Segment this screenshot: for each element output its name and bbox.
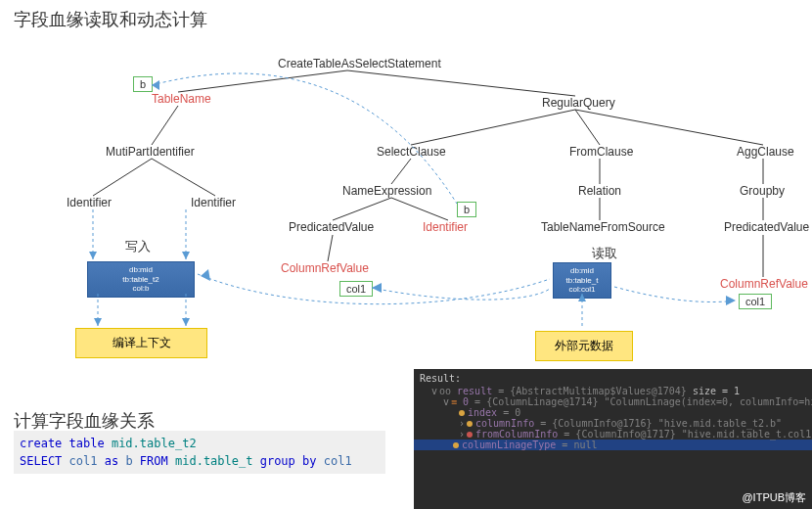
tree-edges	[0, 0, 812, 392]
debug-row[interactable]: ›columnInfo = {ColumnInfo@1716} "hive.mi…	[420, 418, 806, 429]
sql-line-1: create table mid.table_t2	[20, 435, 380, 452]
debug-row-selected[interactable]: columnLinageType = null	[414, 440, 812, 450]
svg-marker-20	[201, 269, 210, 281]
svg-marker-18	[372, 283, 382, 293]
svg-line-1	[347, 70, 575, 96]
watermark: @ITPUB博客	[742, 490, 806, 505]
debug-row[interactable]: ›fromColumnInfo = {ColumnInfo@1717} "hiv…	[420, 429, 806, 440]
svg-marker-28	[182, 318, 190, 326]
svg-line-5	[411, 110, 575, 145]
svg-marker-30	[578, 294, 586, 301]
svg-line-4	[152, 159, 215, 196]
svg-line-0	[178, 70, 347, 92]
debug-row[interactable]: index = 0	[420, 407, 806, 418]
subtitle-calc: 计算字段血缘关系	[14, 409, 155, 433]
svg-marker-19	[726, 296, 736, 305]
svg-line-3	[93, 159, 152, 196]
svg-line-8	[391, 159, 411, 184]
svg-line-2	[152, 106, 178, 145]
svg-marker-22	[89, 252, 97, 259]
debug-header: Result:	[420, 373, 806, 384]
debugger-panel: Result: voo result = {AbstractMultimap$V…	[414, 369, 812, 509]
svg-line-6	[575, 110, 600, 145]
sql-block: create table mid.table_t2 SELECT col1 as…	[14, 431, 385, 474]
svg-marker-26	[94, 318, 102, 326]
svg-marker-24	[182, 252, 190, 259]
svg-marker-17	[152, 80, 159, 90]
debug-row[interactable]: voo result = {AbstractMultimap$Values@17…	[420, 386, 806, 396]
svg-line-12	[391, 198, 448, 220]
svg-line-7	[575, 110, 763, 145]
svg-line-11	[333, 198, 391, 220]
debug-row[interactable]: v≡ 0 = {ColumnLinage@1714} "ColumnLinage…	[420, 396, 806, 407]
svg-line-15	[328, 235, 333, 261]
sql-line-2: SELECT col1 as b FROM mid.table_t group …	[20, 452, 380, 470]
